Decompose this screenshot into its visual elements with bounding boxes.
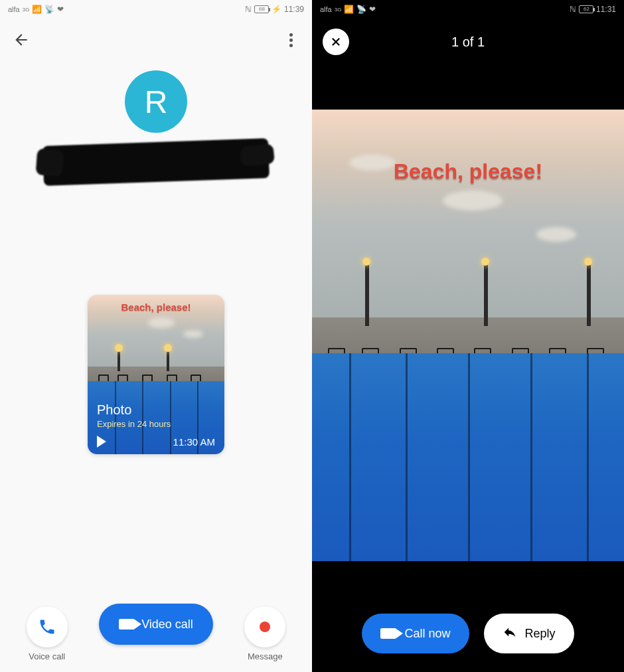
top-bar (0, 19, 312, 54)
wifi-icon: 📡 (356, 5, 366, 14)
photo-caption: Beach, please! (312, 159, 624, 184)
kebab-dot-icon (289, 33, 293, 37)
voice-call-label: Voice call (29, 651, 65, 661)
photo-viewer-screen: alfa 3G 📶 📡 ❤ ℕ 62 11:31 1 of 1 (312, 0, 624, 672)
network-label: 3G (335, 7, 342, 13)
record-icon (260, 622, 270, 632)
photo-message-card[interactable]: Beach, please! Photo Expires in 24 hours… (88, 295, 224, 454)
call-now-label: Call now (404, 627, 450, 641)
voice-call-button[interactable] (27, 606, 68, 647)
video-call-button[interactable]: Video call (99, 604, 213, 645)
message-label: Message (248, 651, 283, 661)
bottom-actions: Voice call Video call Message (0, 604, 312, 661)
wifi-icon: 📡 (44, 5, 54, 14)
battery-percent: 68 (259, 7, 265, 12)
network-label: 3G (23, 7, 30, 13)
battery-icon: 68 (254, 5, 269, 13)
contact-name-redacted (42, 138, 270, 186)
reply-button[interactable]: Reply (484, 614, 574, 653)
card-expiry: Expires in 24 hours (97, 419, 215, 429)
photo-caption: Beach, please! (88, 301, 224, 313)
photo-counter: 1 of 1 (451, 35, 485, 50)
clock: 11:31 (596, 5, 616, 14)
viewer-actions: Call now Reply (312, 614, 624, 653)
nfc-icon: ℕ (570, 5, 576, 14)
close-icon (330, 36, 342, 48)
viewer-top-bar: 1 of 1 (312, 19, 624, 65)
status-bar: alfa 3G 📶 📡 ❤ ℕ 68 ⚡ 11:39 (0, 0, 312, 19)
message-button[interactable] (244, 606, 285, 647)
video-camera-icon (119, 619, 135, 630)
heart-icon: ❤ (57, 5, 64, 14)
video-call-label: Video call (141, 618, 193, 631)
signal-icon: 📶 (32, 5, 42, 14)
photo-full-view[interactable]: Beach, please! (312, 110, 624, 561)
nfc-icon: ℕ (245, 5, 252, 14)
charging-icon: ⚡ (272, 5, 281, 14)
card-timestamp: 11:30 AM (173, 436, 215, 448)
signal-icon: 📶 (344, 5, 354, 14)
call-now-button[interactable]: Call now (362, 614, 469, 653)
contact-avatar[interactable]: R (125, 70, 187, 133)
video-camera-icon (380, 628, 396, 639)
phone-icon (38, 618, 56, 636)
play-icon (97, 436, 106, 448)
overflow-menu-button[interactable] (281, 31, 300, 49)
kebab-dot-icon (289, 44, 293, 47)
carrier-label: alfa (320, 5, 332, 13)
contact-screen: alfa 3G 📶 📡 ❤ ℕ 68 ⚡ 11:39 R (0, 0, 312, 672)
arrow-left-icon (13, 31, 30, 48)
reply-arrow-icon (503, 625, 517, 643)
carrier-label: alfa (8, 5, 20, 13)
card-title: Photo (97, 402, 215, 418)
reply-label: Reply (525, 627, 556, 641)
status-bar: alfa 3G 📶 📡 ❤ ℕ 62 11:31 (312, 0, 624, 19)
battery-icon: 62 (579, 5, 593, 13)
close-button[interactable] (323, 29, 349, 55)
clock: 11:39 (284, 5, 304, 14)
avatar-initial: R (145, 84, 168, 120)
back-button[interactable] (12, 31, 31, 49)
kebab-dot-icon (289, 39, 293, 42)
heart-icon: ❤ (369, 5, 376, 14)
battery-percent: 62 (584, 7, 589, 12)
